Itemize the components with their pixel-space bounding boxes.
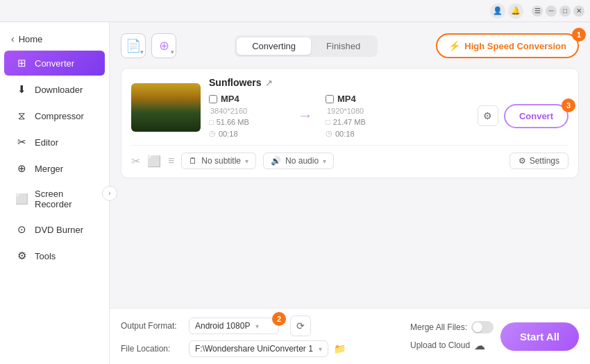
sidebar-item-dvd-burner[interactable]: ⊙ DVD Burner (4, 217, 105, 242)
minimize-button[interactable]: ─ (546, 6, 557, 17)
refresh-format-button[interactable]: ⟳ (290, 315, 311, 336)
scissors-icon[interactable]: ✂ (131, 155, 140, 168)
sidebar-label-compressor: Compressor (35, 111, 84, 121)
sidebar-label-converter: Converter (35, 58, 74, 69)
audio-dropdown-icon: ▾ (323, 157, 326, 165)
add-file-button[interactable]: 📄 ▾ (121, 33, 146, 58)
high-speed-conversion-button[interactable]: ⚡ High Speed Conversion (436, 33, 579, 58)
sidebar-item-screen-recorder[interactable]: ⬜ Screen Recorder (4, 182, 105, 216)
tab-finished[interactable]: Finished (311, 37, 376, 55)
screen-recorder-icon: ⬜ (15, 193, 28, 205)
file-card-top: Sunflowers ↗ MP4 3840*2160 □ 51.66 MB ◷ … (131, 77, 568, 138)
file-location-label: File Location: (121, 344, 183, 354)
tools-icon: ⚙ (15, 250, 28, 262)
sidebar-item-compressor[interactable]: ⧖ Compressor (4, 103, 105, 128)
sidebar-label-editor: Editor (35, 137, 58, 148)
subtitle-select[interactable]: 🗒 No subtitle ▾ (181, 153, 256, 169)
gear-icon: ⚙ (519, 156, 526, 166)
close-button[interactable]: ✕ (573, 6, 584, 17)
top-bar-left: 📄 ▾ ⊕ ▾ (121, 33, 176, 58)
crop-icon[interactable]: ⬜ (147, 155, 161, 168)
maximize-button[interactable]: □ (559, 6, 571, 17)
file-name-row: Sunflowers ↗ (209, 77, 568, 88)
sidebar-label-downloader: Downloader (35, 85, 83, 95)
back-arrow-icon: ‹ (11, 33, 15, 44)
file-card: Sunflowers ↗ MP4 3840*2160 □ 51.66 MB ◷ … (121, 68, 579, 178)
compressor-icon: ⧖ (15, 110, 28, 122)
start-all-button[interactable]: Start All (500, 322, 579, 351)
sidebar-item-editor[interactable]: ✂ Editor (4, 130, 105, 155)
output-fmt: MP4 (337, 94, 356, 104)
sidebar-back-button[interactable]: ‹ Home (0, 28, 109, 50)
thumbnail-image (131, 83, 201, 132)
main-content: 📄 ▾ ⊕ ▾ Converting Finished ⚡ High Speed… (110, 22, 590, 364)
converter-icon: ⊞ (15, 57, 28, 69)
upload-to-cloud-row: Upload to Cloud ☁ (410, 339, 494, 352)
card-settings-btn[interactable]: ⚙ (478, 105, 498, 126)
bell-icon[interactable]: 🔔 (508, 3, 523, 19)
external-link-icon[interactable]: ↗ (265, 78, 273, 88)
file-name: Sunflowers (209, 77, 261, 88)
sidebar: ‹ Home ⊞ Converter ⬇ Downloader ⧖ Compre… (0, 22, 110, 364)
sidebar-back-label: Home (19, 34, 43, 44)
browse-folder-button[interactable]: 📁 (334, 343, 346, 354)
dvd-burner-icon: ⊙ (15, 223, 28, 236)
user-icon[interactable]: 👤 (490, 3, 505, 19)
subtitle-label: No subtitle (201, 156, 241, 166)
file-location-value: F:\Wondershare UniConverter 1 (195, 344, 313, 354)
add-smart-dropdown-icon: ▾ (171, 49, 174, 55)
toggle-knob (473, 322, 482, 332)
bottom-right-actions: Merge All Files: Upload to Cloud ☁ Start… (410, 321, 579, 352)
cloud-icon[interactable]: ☁ (474, 339, 485, 352)
sidebar-label-dvd-burner: DVD Burner (35, 225, 83, 235)
hamburger-icon[interactable]: ☰ (532, 6, 543, 17)
sidebar-item-merger[interactable]: ⊕ Merger (4, 156, 105, 181)
format-dropdown-arrow: ▾ (255, 322, 259, 330)
audio-icon: 🔊 (271, 156, 281, 166)
subtitle-icon: 🗒 (189, 156, 197, 166)
bottom-bar: Output Format: Android 1080P ▾ 2 ⟳ File … (110, 308, 590, 364)
editor-icon: ✂ (15, 136, 28, 148)
app-body: ‹ Home ⊞ Converter ⬇ Downloader ⧖ Compre… (0, 22, 590, 364)
input-cb[interactable] (209, 95, 217, 103)
location-dropdown-icon: ▾ (319, 345, 322, 353)
audio-label: No audio (285, 156, 319, 166)
upload-label: Upload to Cloud (410, 340, 470, 350)
file-details-row: MP4 3840*2160 □ 51.66 MB ◷ 00:18 → MP4 (209, 94, 568, 138)
merge-all-files-row: Merge All Files: (410, 321, 494, 333)
settings-label: Settings (530, 156, 559, 166)
output-cb[interactable] (326, 95, 334, 103)
tab-converting[interactable]: Converting (237, 37, 311, 55)
add-file-icon: 📄 (126, 38, 141, 53)
output-format-value: Android 1080P (195, 321, 250, 331)
effects-icon[interactable]: ≡ (168, 155, 174, 167)
output-format-dropdown[interactable]: Android 1080P ▾ (189, 318, 279, 334)
sidebar-item-downloader[interactable]: ⬇ Downloader (4, 77, 105, 102)
add-file-dropdown-icon: ▾ (140, 49, 144, 55)
title-bar: 👤 🔔 ☰ ─ □ ✕ (0, 0, 590, 22)
convert-btn[interactable]: Convert (504, 104, 568, 128)
input-fmt: MP4 (221, 94, 239, 104)
sidebar-item-converter[interactable]: ⊞ Converter (4, 51, 105, 76)
merge-toggle[interactable] (471, 321, 494, 333)
sidebar-label-tools: Tools (35, 251, 56, 261)
sidebar-collapse-button[interactable]: › (102, 186, 117, 201)
high-speed-badge: 1 (572, 28, 586, 42)
content-spacer (121, 185, 579, 308)
settings-button[interactable]: ⚙ Settings (509, 153, 568, 169)
add-smart-button[interactable]: ⊕ ▾ (151, 33, 176, 58)
output-format-row: Output Format: Android 1080P ▾ 2 ⟳ (121, 315, 399, 336)
subtitle-dropdown-icon: ▾ (245, 157, 248, 165)
format-badge: 2 (272, 312, 286, 326)
arrow-icon: → (285, 107, 326, 125)
file-thumbnail (131, 83, 201, 132)
lightning-icon: ⚡ (448, 40, 460, 51)
bottom-left: Output Format: Android 1080P ▾ 2 ⟳ File … (121, 315, 399, 357)
sidebar-label-merger: Merger (35, 164, 63, 174)
file-location-input[interactable]: F:\Wondershare UniConverter 1 ▾ (189, 340, 328, 357)
merge-label: Merge All Files: (410, 322, 467, 332)
audio-select[interactable]: 🔊 No audio ▾ (263, 153, 334, 169)
sidebar-item-tools[interactable]: ⚙ Tools (4, 243, 105, 268)
title-bar-controls: ☰ ─ □ ✕ (532, 6, 584, 17)
tab-group: Converting Finished (235, 35, 378, 57)
